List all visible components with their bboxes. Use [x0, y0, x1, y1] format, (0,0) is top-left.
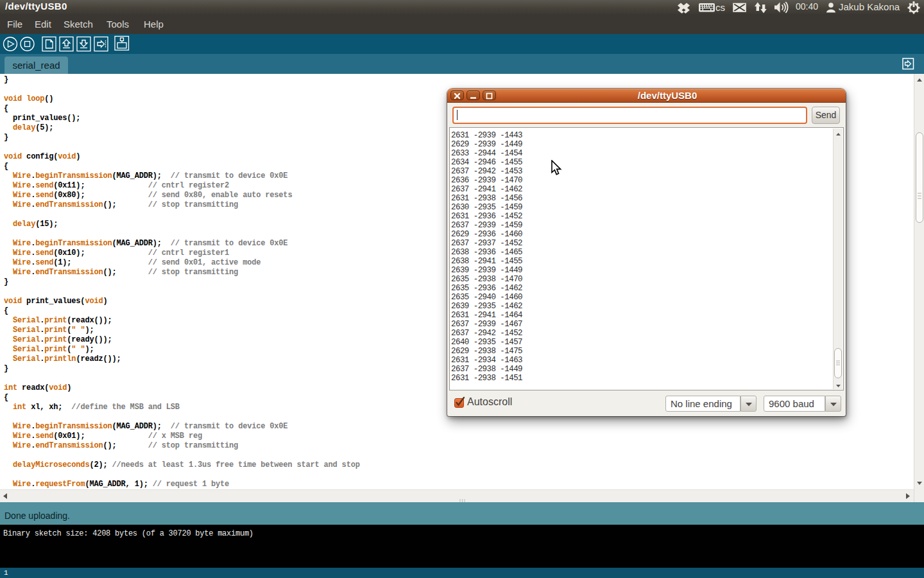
- svg-text:cs: cs: [715, 2, 725, 13]
